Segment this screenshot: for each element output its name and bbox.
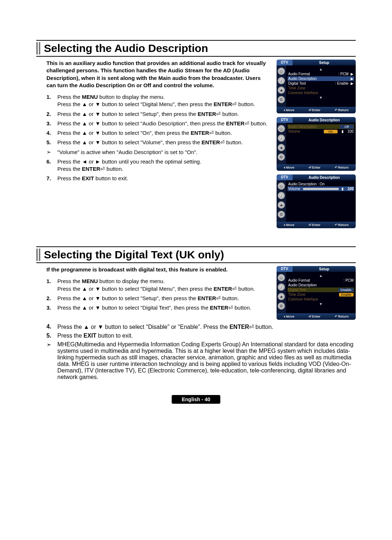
setup-icon: ⚙ xyxy=(278,96,285,103)
osd-digital-text: DTV Setup ◎ ♪ ◈ ⚙ ▲ Audio Format: PCM xyxy=(277,266,356,320)
volume-slider xyxy=(303,188,338,190)
page-footer: English - 40 xyxy=(36,395,356,404)
chip-enable: Enable xyxy=(339,293,354,297)
osd-audio-desc-select: DTV Audio Description ◎ ♪ ◈ ⚙ Audio Desc… xyxy=(277,117,356,171)
picture-icon: ◎ xyxy=(278,68,285,75)
chip-off: Off xyxy=(340,125,354,129)
step-1: Press the MENU button to display the men… xyxy=(46,93,271,108)
intro-paragraph: This is an auxiliary audio function that… xyxy=(46,60,271,89)
return-hint: ↶ Return xyxy=(335,108,349,112)
scroll-down-icon: ▼ xyxy=(287,302,354,306)
channel-icon: ◈ xyxy=(278,201,285,209)
picture-icon: ◎ xyxy=(278,182,285,190)
osd-audio-desc-volume: DTV Audio Description ◎ ♪ ◈ ⚙ Audio Desc… xyxy=(277,174,356,228)
step-4: Press the ▲ or ▼ button to select "On", … xyxy=(46,129,271,137)
step-6: Press the ◄ or ► button until you reach … xyxy=(46,158,271,173)
section-title: Selecting the Digital Text (UK only) xyxy=(44,249,224,261)
channel-icon: ◈ xyxy=(278,144,285,151)
step-3: Press the ▲ or ▼ button to select "Audio… xyxy=(46,120,271,127)
sound-icon: ♪ xyxy=(278,77,285,84)
step-5: Press the ▲ or ▼ button to select "Volum… xyxy=(46,139,271,146)
step-4: Press the ▲ or ▼ button to select "Disab… xyxy=(46,323,356,330)
osd-setup: DTV Setup ◎ ♪ ◈ ⚙ ▲ Audio Format: PCM▶ xyxy=(277,60,356,113)
setup-icon: ⚙ xyxy=(278,211,285,218)
steps-list: Press the MENU button to display the men… xyxy=(36,278,271,311)
setup-icon: ⚙ xyxy=(278,302,285,310)
step-1: Press the MENU button to display the men… xyxy=(46,278,271,293)
osd-title: Setup xyxy=(293,61,356,65)
heading-bars-icon xyxy=(36,42,40,55)
step-2: Press the ▲ or ▼ button to select "Setup… xyxy=(46,295,271,302)
step-3: Press the ▲ or ▼ button to select "Digit… xyxy=(46,304,271,311)
section-heading: Selecting the Audio Description xyxy=(36,40,356,57)
channel-icon: ◈ xyxy=(278,86,285,94)
osd-tab: DTV xyxy=(277,60,293,65)
chip-on: On xyxy=(324,130,338,133)
section-heading: Selecting the Digital Text (UK only) xyxy=(36,246,356,263)
steps-list-full: Press the ▲ or ▼ button to select "Disab… xyxy=(36,323,356,339)
steps-list-cont: Press the ◄ or ► button until you reach … xyxy=(36,158,271,182)
section-title: Selecting the Audio Description xyxy=(44,42,208,55)
step-2: Press the ▲ or ▼ button to select "Setup… xyxy=(46,110,271,118)
steps-list: Press the MENU button to display the men… xyxy=(36,93,271,146)
picture-icon: ◎ xyxy=(278,274,285,281)
step-5: Press the EXIT button to exit. xyxy=(46,333,356,339)
enter-hint: ⏎ Enter xyxy=(309,108,320,112)
scroll-down-icon: ▼ xyxy=(287,95,354,100)
sound-icon: ♪ xyxy=(278,283,285,291)
channel-icon: ◈ xyxy=(278,293,285,300)
intro-paragraph: If the programme is broadcast with digit… xyxy=(46,266,271,273)
sound-icon: ♪ xyxy=(278,134,285,142)
osd-sidebar: ◎ ♪ ◈ ⚙ xyxy=(277,65,286,107)
move-hint: ♦ Move xyxy=(283,108,294,112)
scroll-up-icon: ▲ xyxy=(287,67,354,72)
sound-icon: ♪ xyxy=(278,192,285,199)
scroll-up-icon: ▲ xyxy=(287,273,354,278)
step-7: Press the EXIT button to exit. xyxy=(46,175,271,182)
picture-icon: ◎ xyxy=(278,125,285,132)
heading-bars-icon xyxy=(36,249,40,261)
volume-note: "Volume" is active when "Audio Descripti… xyxy=(46,149,271,156)
setup-icon: ⚙ xyxy=(278,153,285,161)
chip-disable: Disable xyxy=(338,288,354,292)
mheg-note: MHEG(Multimedia and Hypermedia Informati… xyxy=(46,341,356,380)
